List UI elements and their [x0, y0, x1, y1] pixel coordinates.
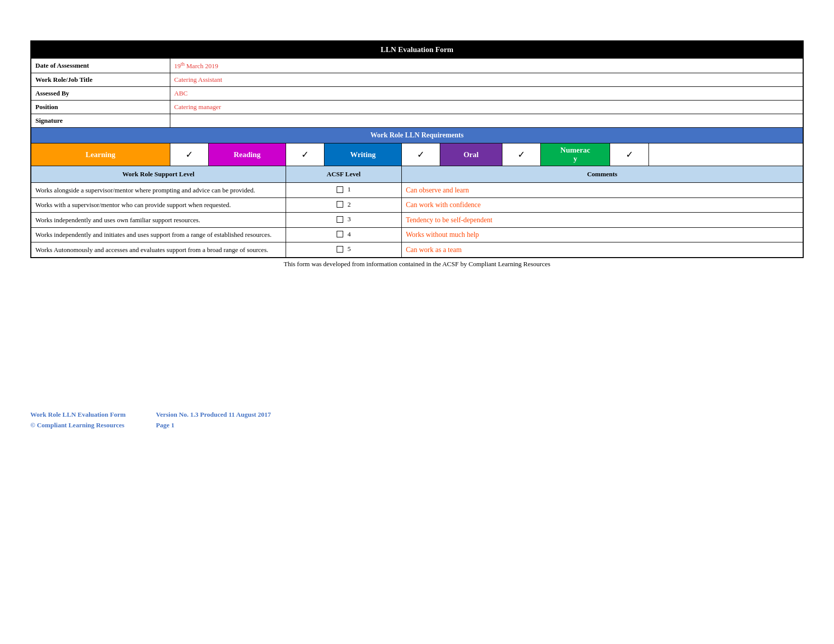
- level-3-desc: Works independently and uses own familia…: [31, 213, 286, 228]
- footer-right-line1: Version No. 1.3 Produced 11 August 2017: [156, 410, 271, 420]
- footer-right-line2: Page 1: [156, 420, 271, 431]
- work-role-row: Work Role/Job Title Catering Assistant: [31, 73, 803, 87]
- level-3-row: Works independently and uses own familia…: [31, 213, 803, 228]
- bottom-footer: Work Role LLN Evaluation Form © Complian…: [30, 410, 804, 431]
- section-header-row: Work Role LLN Requirements: [31, 128, 803, 143]
- position-row: Position Catering manager: [31, 101, 803, 114]
- level-5-acsf: 5: [286, 242, 401, 258]
- support-level-header: Work Role Support Level: [31, 166, 286, 183]
- level-1-comment: Can observe and learn: [401, 183, 803, 198]
- level-3-acsf: 3: [286, 213, 401, 228]
- level-5-comment: Can work as a team: [401, 242, 803, 258]
- footer-left-line2: © Compliant Learning Resources: [30, 420, 126, 431]
- footer-left: Work Role LLN Evaluation Form © Complian…: [30, 410, 126, 431]
- writing-header: Writing: [325, 143, 402, 166]
- acsf-header: ACSF Level: [286, 166, 401, 183]
- position-value: Catering manager: [170, 101, 803, 114]
- numeracy-check: ✓: [610, 143, 648, 166]
- date-label: Date of Assessment: [31, 59, 170, 73]
- form-title: LLN Evaluation Form: [31, 41, 803, 59]
- assessed-by-row: Assessed By ABC: [31, 87, 803, 101]
- level-3-comment: Tendency to be self-dependent: [401, 213, 803, 228]
- footer-note: This form was developed from information…: [30, 260, 804, 268]
- level-2-row: Works with a supervisor/mentor who can p…: [31, 197, 803, 213]
- level-2-acsf: 2: [286, 197, 401, 213]
- level-1-row: Works alongside a supervisor/mentor wher…: [31, 183, 803, 198]
- level-5-desc: Works Autonomously and accesses and eval…: [31, 242, 286, 258]
- level-4-desc: Works independently and initiates and us…: [31, 227, 286, 242]
- reading-header: Reading: [208, 143, 286, 166]
- extra-cell: [648, 143, 803, 166]
- level-5-row: Works Autonomously and accesses and eval…: [31, 242, 803, 258]
- oral-check: ✓: [502, 143, 540, 166]
- section-header: Work Role LLN Requirements: [31, 128, 803, 143]
- footer-right: Version No. 1.3 Produced 11 August 2017 …: [156, 410, 271, 431]
- signature-row: Signature: [31, 114, 803, 128]
- signature-value: [170, 114, 803, 128]
- support-header-row: Work Role Support Level ACSF Level Comme…: [31, 166, 803, 183]
- work-role-label: Work Role/Job Title: [31, 73, 170, 87]
- level-2-comment: Can work with confidence: [401, 197, 803, 213]
- learning-check: ✓: [170, 143, 208, 166]
- assessed-by-value: ABC: [170, 87, 803, 101]
- numeracy-header: Numeracy: [540, 143, 610, 166]
- date-row: Date of Assessment 19th March 2019: [31, 59, 803, 73]
- title-row: LLN Evaluation Form: [31, 41, 803, 59]
- level-2-desc: Works with a supervisor/mentor who can p…: [31, 197, 286, 213]
- lln-form-table: LLN Evaluation Form Date of Assessment 1…: [30, 40, 804, 258]
- footer-left-line1: Work Role LLN Evaluation Form: [30, 410, 126, 420]
- work-role-value: Catering Assistant: [170, 73, 803, 87]
- position-label: Position: [31, 101, 170, 114]
- learning-header: Learning: [31, 143, 170, 166]
- level-4-row: Works independently and initiates and us…: [31, 227, 803, 242]
- signature-label: Signature: [31, 114, 170, 128]
- level-1-acsf: 1: [286, 183, 401, 198]
- lln-columns-row: Learning ✓ Reading ✓ Writing ✓ Oral ✓ Nu…: [31, 143, 803, 166]
- writing-check: ✓: [401, 143, 440, 166]
- reading-check: ✓: [286, 143, 324, 166]
- date-value: 19th March 2019: [170, 59, 803, 73]
- comments-header: Comments: [401, 166, 803, 183]
- level-4-comment: Works without much help: [401, 227, 803, 242]
- level-4-acsf: 4: [286, 227, 401, 242]
- level-1-desc: Works alongside a supervisor/mentor wher…: [31, 183, 286, 198]
- assessed-by-label: Assessed By: [31, 87, 170, 101]
- oral-header: Oral: [440, 143, 502, 166]
